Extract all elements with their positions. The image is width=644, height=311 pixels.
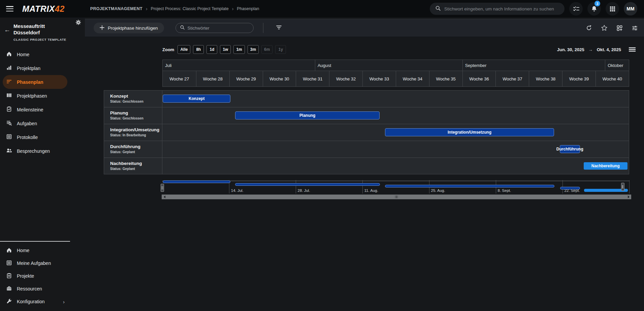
sidebar-item-label: Meine Aufgaben <box>17 261 51 266</box>
tune-settings-icon[interactable] <box>632 25 638 31</box>
range-handle-right[interactable] <box>621 183 624 191</box>
sidebar-item-projekte[interactable]: Projekte <box>0 270 70 282</box>
sidebar: ← Messeauftritt Düsseldorf CLASSIC PROJE… <box>0 18 70 311</box>
phase-label-nachbereitung: Nachbereitung Status: Geplant <box>104 158 162 175</box>
phase-label-konzept: Konzept Status: Geschlossen <box>104 91 162 107</box>
sidebar-item-konfiguration[interactable]: Konfiguration › <box>0 295 70 308</box>
my-tasks-checklist-button[interactable] <box>569 2 583 15</box>
sidebar-item-label: Protokolle <box>17 135 38 140</box>
sidebar-item-ressourcen[interactable]: Ressourcen <box>0 282 70 295</box>
overview-bar-konzept <box>163 180 230 183</box>
sidebar-item-label: Home <box>17 248 29 253</box>
list-box-icon <box>6 260 12 267</box>
sidebar-item-phasenplan[interactable]: Phasenplan <box>3 75 67 89</box>
add-projektphase-label: Projektphase hinzufügen <box>108 26 158 31</box>
month-cell: Juli <box>163 60 315 71</box>
scroll-right-icon[interactable] <box>626 195 631 199</box>
add-projektphase-button[interactable]: Projektphase hinzufügen <box>94 23 164 33</box>
gantt-controls: Zoom Alle 8h 1d 1w 1m 3m 6m 1y Jun. 30, … <box>162 44 636 55</box>
gantt-menu-icon[interactable] <box>629 46 636 53</box>
month-cell: September <box>462 60 605 71</box>
gantt-bar-integration[interactable]: Integration/Umsetzung <box>385 128 554 136</box>
week-cell: Woche 38 <box>529 71 562 87</box>
phase-label-integration: Integration/Umsetzung Status: In Bearbei… <box>104 124 162 141</box>
week-cell: Woche 31 <box>296 71 329 87</box>
week-cell: Woche 34 <box>396 71 429 87</box>
sidebar-item-aufgaben[interactable]: Aufgaben <box>0 116 70 130</box>
app-grid-button[interactable] <box>606 2 619 15</box>
month-cell: August <box>315 60 462 71</box>
notifications-button[interactable]: 3 <box>587 2 601 15</box>
zoom-1w-button[interactable]: 1w <box>220 45 231 54</box>
week-cell: Woche 29 <box>229 71 263 87</box>
scrollbar-thumb[interactable] <box>167 195 626 199</box>
status-text: Status: Geplant <box>110 167 162 171</box>
sidebar-item-protokolle[interactable]: Protokolle <box>0 130 70 144</box>
horizontal-scrollbar[interactable] <box>162 195 631 199</box>
global-search-input[interactable] <box>444 6 559 11</box>
week-cell: Woche 40 <box>595 71 629 87</box>
timeline-overview: 14. Jul. 28. Jul. 11. Aug. 25. Aug. 8. S… <box>162 179 629 194</box>
overview-top-border <box>162 181 629 181</box>
clipboard-icon <box>6 273 12 280</box>
filter-icon[interactable] <box>276 24 282 32</box>
overview-date-label: 25. Aug. <box>431 188 445 193</box>
sidebar-item-home[interactable]: Home <box>0 47 70 61</box>
sidebar-item-besprechungen[interactable]: Besprechungen <box>0 144 70 158</box>
date-range: Jun. 30, 2025 → Okt. 4, 2025 <box>557 47 621 52</box>
breadcrumb-phasenplan: Phasenplan <box>237 6 259 11</box>
zoom-8h-button[interactable]: 8h <box>193 45 204 54</box>
favorite-star-icon[interactable] <box>601 25 608 31</box>
refresh-icon[interactable] <box>586 25 592 31</box>
main-content: Projektphase hinzufügen Zoom <box>70 18 644 311</box>
phase-label-durchfuehrung: Durchführung Status: Geplant <box>104 141 162 158</box>
breadcrumb-project-process[interactable]: Project Process: Classic Project Templat… <box>151 6 229 11</box>
week-header-row: Woche 27 Woche 28 Woche 29 Woche 30 Woch… <box>162 71 629 87</box>
home-icon <box>6 247 12 254</box>
status-text: Status: Geschlossen <box>110 116 162 120</box>
main-menu-icon[interactable] <box>6 6 13 11</box>
zoom-6m-button: 6m <box>261 45 272 54</box>
keyword-search-input[interactable] <box>188 26 249 31</box>
gantt-bar-konzept[interactable]: Konzept <box>163 95 230 103</box>
global-search[interactable] <box>430 3 565 15</box>
user-avatar[interactable]: MM <box>624 2 637 15</box>
zoom-alle-button[interactable]: Alle <box>178 45 190 54</box>
overview-date-label: 8. Sept. <box>498 188 511 193</box>
gantt-bar-nachbereitung[interactable]: Nachbereitung <box>584 162 627 170</box>
range-handle-left[interactable] <box>161 184 164 192</box>
logo-text-42: 42 <box>55 4 65 13</box>
sidebar-item-meilensteine[interactable]: Meilensteine <box>0 103 70 116</box>
search-icon <box>180 25 185 31</box>
sidebar-item-projektplan[interactable]: Projektplan <box>0 61 70 75</box>
sidebar-item-meine-aufgaben[interactable]: Meine Aufgaben <box>0 257 70 270</box>
sidebar-item-projektphasen[interactable]: Projektphasen <box>0 89 70 103</box>
bar-chart-icon <box>6 65 12 72</box>
gantt-chart-area: Konzept Planung Integration/Umsetzung Du… <box>162 90 629 174</box>
week-cell: Woche 27 <box>163 71 196 87</box>
sidebar-item-label: Home <box>17 52 29 57</box>
zoom-1m-button[interactable]: 1m <box>233 45 245 54</box>
zoom-1d-button[interactable]: 1d <box>206 45 217 54</box>
row-divider <box>162 141 629 141</box>
gantt-bar-planung[interactable]: Planung <box>235 111 380 119</box>
wrench-icon <box>6 298 12 305</box>
search-icon <box>435 5 441 12</box>
toolbox-icon <box>6 285 12 292</box>
back-arrow-icon[interactable]: ← <box>4 26 10 34</box>
breadcrumb-projektmanagement[interactable]: PROJEKTMANAGEMENT <box>90 6 142 11</box>
add-widget-icon[interactable] <box>616 25 623 31</box>
keyword-search[interactable] <box>175 23 254 33</box>
overview-date-label: 28. Jul. <box>298 188 310 193</box>
clipboard-check-icon <box>6 106 12 113</box>
sidebar-item-label: Ressourcen <box>17 286 42 291</box>
scroll-left-icon[interactable] <box>162 195 167 199</box>
sidebar-item-label: Projekte <box>17 273 34 279</box>
zoom-3m-button[interactable]: 3m <box>248 45 259 54</box>
sidebar-item-global-home[interactable]: Home <box>0 244 70 257</box>
week-cell: Woche 33 <box>362 71 396 87</box>
week-cell: Woche 30 <box>263 71 296 87</box>
gear-icon[interactable] <box>75 20 81 27</box>
sidebar-item-label: Besprechungen <box>17 148 50 154</box>
gantt-bar-durchfuehrung[interactable]: Durchführung <box>560 145 580 153</box>
